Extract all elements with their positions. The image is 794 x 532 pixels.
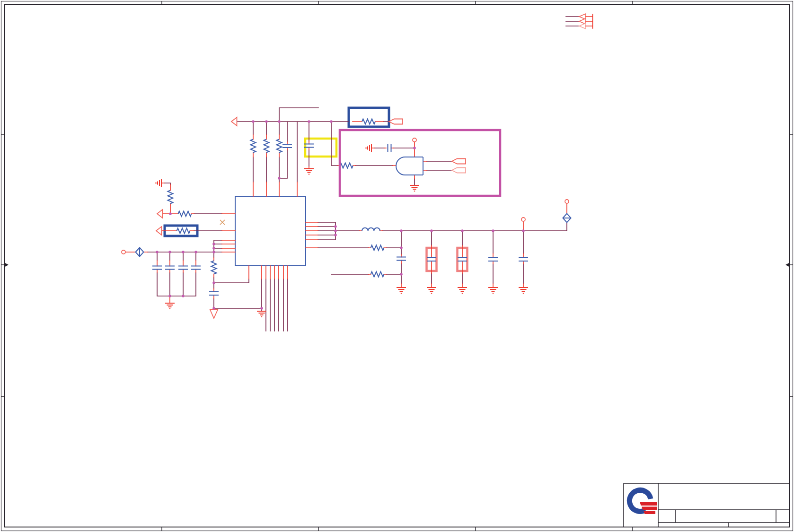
flag-terminal-icon — [452, 159, 466, 164]
junction-dot — [334, 229, 337, 232]
ground-icon — [366, 144, 372, 152]
junction-dot — [334, 234, 337, 236]
wire — [318, 222, 567, 284]
wire — [164, 183, 222, 231]
resistor — [362, 119, 375, 124]
inductor — [362, 228, 380, 231]
capacitor — [388, 144, 391, 152]
ground-icon — [257, 311, 266, 317]
resistor — [264, 140, 269, 153]
junction-dot — [400, 229, 403, 232]
zone-ticks-bottom — [162, 527, 633, 531]
center-marker-left-icon — [1, 263, 9, 267]
logo-stripe-3 — [644, 511, 655, 515]
wire — [237, 108, 393, 182]
junction-dot — [400, 246, 403, 249]
junction-dot — [461, 229, 464, 232]
junction-dot — [400, 273, 403, 276]
ground-icon — [519, 288, 528, 293]
resistor — [340, 163, 353, 168]
ground-icon — [410, 185, 419, 191]
resistor — [168, 191, 173, 204]
junction-dot — [278, 120, 281, 123]
qualcomm-logo — [629, 490, 657, 514]
capacitor — [209, 292, 219, 295]
capacitor — [165, 266, 175, 270]
junction-dot — [212, 251, 215, 253]
center-marker-right-icon — [785, 263, 793, 267]
port-arrow-icon — [231, 117, 237, 126]
junction-dot — [330, 120, 333, 123]
title-block — [624, 483, 790, 527]
junction-dot — [182, 251, 185, 253]
circle-terminal-icon — [521, 218, 525, 221]
junction-dot — [430, 229, 433, 232]
inner-border — [5, 5, 790, 527]
diamond-symbol — [136, 248, 144, 257]
zone-ticks-top — [162, 1, 633, 5]
connector-spine — [586, 14, 593, 28]
port-arrow-icon — [157, 209, 163, 218]
junction-dot — [168, 251, 171, 253]
resistor — [371, 245, 384, 251]
pin-stub — [253, 122, 397, 196]
junction-dot — [492, 229, 494, 232]
flag-terminal-icon — [452, 168, 466, 173]
wire — [566, 17, 579, 26]
diamond-symbol — [563, 214, 571, 223]
junction-dot — [182, 295, 185, 297]
highlight-box-blue-top — [349, 108, 389, 127]
capacitor — [519, 258, 528, 261]
schematic-sheet — [0, 0, 794, 532]
resistor — [251, 140, 256, 153]
gate-symbol — [396, 157, 423, 175]
capacitor — [282, 144, 292, 148]
schematic-canvas — [0, 0, 794, 532]
capacitor — [152, 266, 162, 270]
no-connect-x-icon — [220, 220, 225, 225]
junction-dot — [278, 177, 281, 180]
capacitor — [488, 258, 498, 261]
ground-icon — [488, 288, 498, 293]
ic-body — [235, 196, 306, 266]
ground-icon — [458, 288, 467, 293]
zone-ticks-right — [790, 135, 793, 396]
capacitor — [427, 258, 436, 261]
ground-icon — [165, 303, 175, 309]
circle-terminal-icon — [565, 200, 569, 203]
junction-dot — [522, 229, 525, 232]
junction-dot — [413, 147, 416, 149]
ground-icon — [427, 288, 436, 293]
resistor — [371, 272, 384, 277]
logo-stripe-1 — [640, 502, 657, 506]
junction-dot — [168, 295, 171, 297]
bundle-connector — [566, 14, 593, 29]
junction-dot — [334, 225, 337, 228]
logo-stripe-2 — [642, 507, 657, 510]
capacitor — [191, 266, 201, 270]
junction-dot — [265, 120, 268, 123]
junction-dot — [194, 251, 197, 253]
port-arrow-icon — [156, 227, 162, 235]
junction-dot — [212, 281, 215, 284]
junction-dot — [169, 212, 172, 215]
gate-region — [340, 130, 500, 196]
ground-icon — [397, 288, 406, 293]
capacitor — [178, 266, 188, 270]
outer-border — [1, 1, 793, 531]
zone-ticks-left — [1, 135, 5, 396]
circle-terminal-icon — [122, 250, 125, 254]
sheet-frame — [1, 1, 793, 531]
resistor — [178, 211, 192, 217]
junction-dot — [260, 307, 263, 310]
junction-dot — [212, 247, 215, 250]
right-nets — [306, 200, 571, 293]
ground-icon — [156, 179, 162, 187]
junction-dot — [156, 251, 159, 253]
top-rail-net — [231, 108, 403, 196]
resistor — [177, 228, 190, 234]
junction-dot — [308, 120, 310, 123]
flag-terminal-icon — [389, 119, 403, 124]
junction-dot — [212, 307, 215, 310]
port-arrow-down-icon — [210, 310, 218, 318]
